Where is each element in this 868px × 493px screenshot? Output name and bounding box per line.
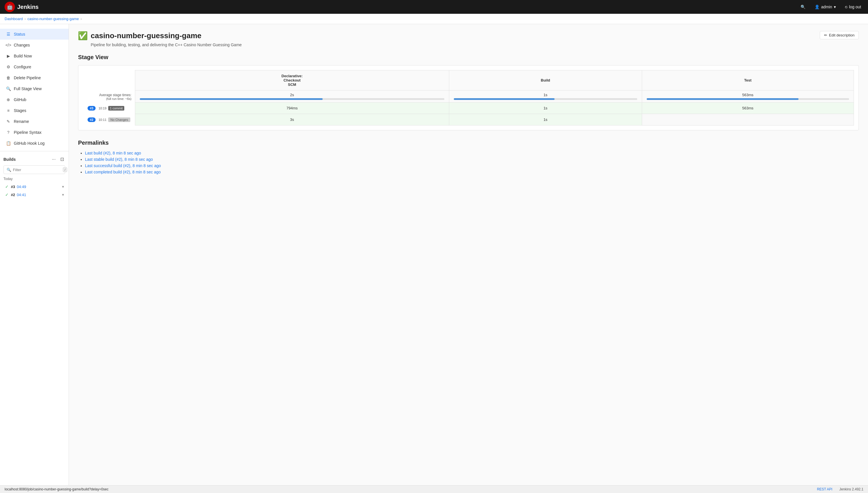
build-2-checkout-time[interactable]: 3s [135, 114, 449, 126]
permalink-link-2[interactable]: Last stable build (#2), 8 min 8 sec ago [85, 157, 153, 162]
footer-url: localhost:8080/job/casino-number-guessin… [5, 487, 109, 491]
sidebar-item-stages[interactable]: ≡ Stages [0, 105, 69, 116]
build-3-info-cell: #3 10:19 1 commit [83, 103, 135, 114]
footer-version: Jenkins 2.492.1 [839, 487, 863, 491]
permalink-item-4: Last completed build (#2), 8 min 8 sec a… [85, 170, 859, 174]
build-2-build-time[interactable]: 1s [449, 114, 642, 126]
sidebar-item-build-now[interactable]: ▶ Build Now [0, 50, 69, 61]
sidebar-label-status: Status [14, 32, 25, 37]
edit-desc-label: Edit description [829, 33, 854, 37]
sidebar-item-status[interactable]: ☰ Status [0, 29, 69, 40]
full-stage-view-icon: 🔍 [6, 86, 11, 91]
builds-filter-container: 🔍 / [3, 165, 65, 174]
builds-filter-input[interactable] [13, 168, 61, 172]
avg-time-test: 563ms [642, 90, 854, 103]
builds-today-label: Today [3, 177, 65, 181]
project-description: Pipeline for building, testing, and deli… [91, 43, 859, 47]
stage-bar-build-container [454, 98, 637, 100]
permalink-link-4[interactable]: Last completed build (#2), 8 min 8 sec a… [85, 170, 161, 174]
builds-header: Builds ··· ⊡ [3, 156, 65, 163]
build-item-2-left: ✓ #2 04:41 [5, 192, 26, 197]
build-now-icon: ▶ [6, 53, 11, 59]
build-item-3-left: ✓ #3 04:49 [5, 184, 26, 189]
user-menu-button[interactable]: 👤 admin ▾ [812, 3, 838, 10]
build-2-time: 04:41 [17, 193, 26, 197]
build-2-time-label: 10:11 [98, 118, 107, 122]
build-2-badge[interactable]: #2 [88, 117, 95, 122]
sidebar-item-pipeline-syntax[interactable]: ? Pipeline Syntax [0, 127, 69, 138]
build-3-badge[interactable]: #3 [88, 106, 95, 110]
search-button[interactable]: 🔍 [798, 3, 808, 10]
sidebar-label-delete-pipeline: Delete Pipeline [14, 76, 41, 80]
sidebar-item-changes[interactable]: </> Changes [0, 40, 69, 50]
logout-button[interactable]: ⎋ log out [843, 3, 863, 10]
build-3-num: #3 [11, 185, 15, 189]
build-run-row-2: #2 10:11 No Changes 3s 1s [83, 114, 854, 126]
project-title: casino-number-guessing-game [91, 31, 201, 40]
jenkins-logo[interactable]: 🤖 Jenkins [5, 2, 39, 12]
build-3-checkout-time[interactable]: 794ms [135, 103, 449, 114]
sidebar-label-github-hook-log: GitHub Hook Log [14, 141, 44, 146]
build-2-no-changes-btn[interactable]: No Changes [108, 117, 130, 122]
build-2-test-time [642, 114, 854, 126]
stage-bar-test-container [647, 98, 849, 100]
build-2-status-icon: ✓ [5, 192, 9, 197]
sidebar-label-github: GitHub [14, 97, 26, 102]
sidebar-item-github[interactable]: ⊕ GitHub [0, 94, 69, 105]
delete-pipeline-icon: 🗑 [6, 75, 11, 80]
build-3-time-label: 10:19 [98, 107, 107, 110]
project-header: ✅ casino-number-guessing-game ✏ Edit des… [78, 31, 859, 40]
github-icon: ⊕ [6, 97, 11, 102]
build-3-build-time[interactable]: 1s [449, 103, 642, 114]
status-icon: ☰ [6, 31, 11, 37]
sidebar-label-rename: Rename [14, 119, 29, 124]
footer-right: REST API Jenkins 2.492.1 [817, 487, 863, 491]
github-hook-log-icon: 📋 [6, 141, 11, 146]
stage-view-container: Declarative:CheckoutSCM Build Test Avera… [78, 65, 859, 130]
filter-shortcut: / [63, 167, 67, 172]
sidebar-item-configure[interactable]: ⚙ Configure [0, 61, 69, 72]
stage-col-test: Test [642, 70, 854, 90]
breadcrumb-project[interactable]: casino-number-guessing-game [27, 17, 79, 21]
sidebar-item-full-stage-view[interactable]: 🔍 Full Stage View [0, 83, 69, 94]
permalink-link-1[interactable]: Last build (#2), 8 min 8 sec ago [85, 151, 141, 155]
sidebar-item-rename[interactable]: ✎ Rename [0, 116, 69, 127]
builds-more-button[interactable]: ··· [51, 156, 57, 163]
sidebar-item-github-hook-log[interactable]: 📋 GitHub Hook Log [0, 138, 69, 149]
main-content: ✅ casino-number-guessing-game ✏ Edit des… [69, 24, 868, 492]
avg-checkout-val: 2s [140, 93, 444, 97]
stage-table: Declarative:CheckoutSCM Build Test Avera… [83, 70, 854, 126]
sidebar-item-delete-pipeline[interactable]: 🗑 Delete Pipeline [0, 72, 69, 83]
sidebar-label-build-now: Build Now [14, 54, 32, 58]
builds-expand-button[interactable]: ⊡ [59, 156, 65, 163]
stage-col-build: Build [449, 70, 642, 90]
rename-icon: ✎ [6, 119, 11, 124]
build-3-test-time[interactable]: 563ms [642, 103, 854, 114]
stage-bar-build [454, 98, 555, 100]
breadcrumb: Dashboard › casino-number-guessing-game … [0, 14, 868, 24]
builds-actions: ··· ⊡ [51, 156, 65, 163]
user-label: admin [821, 5, 832, 9]
breadcrumb-sep-2: › [81, 17, 82, 21]
breadcrumb-sep-1: › [25, 17, 26, 21]
sidebar-label-stages: Stages [14, 108, 26, 113]
build-item-2[interactable]: ✓ #2 04:41 ▾ [3, 191, 65, 199]
breadcrumb-dashboard[interactable]: Dashboard [5, 17, 23, 21]
build-3-expand-icon[interactable]: ▾ [62, 184, 64, 189]
project-status-icon: ✅ [78, 31, 87, 40]
footer-rest-api-link[interactable]: REST API [817, 487, 832, 491]
build-2-expand-icon[interactable]: ▾ [62, 192, 64, 197]
permalink-item-3: Last successful build (#2), 8 min 8 sec … [85, 164, 859, 168]
build-run-row-3: #3 10:19 1 commit 794ms 1s 563ms [83, 103, 854, 114]
build-3-commit-btn[interactable]: 1 commit [108, 106, 125, 110]
edit-description-button[interactable]: ✏ Edit description [820, 31, 859, 39]
stage-bar-checkout [140, 98, 322, 100]
full-run-label: (full run time: ~6s) [83, 97, 131, 101]
build-item-3[interactable]: ✓ #3 04:49 ▾ [3, 183, 65, 191]
permalink-link-3[interactable]: Last successful build (#2), 8 min 8 sec … [85, 164, 161, 168]
permalink-item-2: Last stable build (#2), 8 min 8 sec ago [85, 157, 859, 162]
top-navigation: 🤖 Jenkins 🔍 👤 admin ▾ ⎋ log out [0, 0, 868, 14]
jenkins-logo-icon: 🤖 [5, 2, 15, 12]
main-layout: ☰ Status </> Changes ▶ Build Now ⚙ Confi… [0, 24, 868, 492]
changes-icon: </> [6, 43, 11, 48]
